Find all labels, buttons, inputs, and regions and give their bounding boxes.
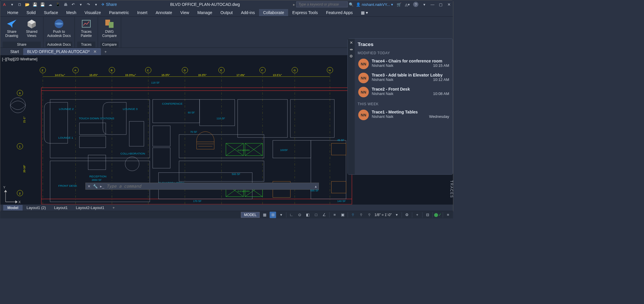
snapmode-icon[interactable]: ⊞ — [270, 212, 276, 218]
file-tab-active[interactable]: BLVD OFFICE_PLAN-AUTOCAD* ✕ — [23, 48, 101, 55]
save-icon[interactable]: 💾 — [33, 2, 37, 7]
menu-insert[interactable]: Insert — [133, 9, 151, 16]
trace-time: 10:15 AM — [433, 63, 449, 68]
menu-annotate[interactable]: Annotate — [151, 9, 176, 16]
close-icon[interactable]: ✕ — [350, 40, 353, 45]
trace-item[interactable]: NN Trace2 - Front Desk Nishant Naik 10:0… — [358, 85, 450, 99]
add-layout-button[interactable]: + — [108, 205, 119, 210]
traces-panel-title: Traces — [358, 42, 450, 47]
command-line[interactable]: ✕ 🔧 ▸_ ▴ — [85, 183, 319, 190]
close-icon[interactable]: ✕ — [87, 184, 91, 188]
trace-item[interactable]: NN Trace3 - Add table in Elevator Lobby … — [358, 71, 450, 85]
autodesk-logo-icon[interactable]: A — [2, 2, 7, 7]
share-link[interactable]: ✈ Share — [101, 2, 117, 7]
menubar: Home Solid Surface Mesh Visualize Parame… — [0, 9, 453, 17]
dropdown-icon[interactable]: ▾ — [278, 212, 284, 218]
menu-solid[interactable]: Solid — [22, 9, 40, 16]
dropdown-icon[interactable]: ▾ — [10, 2, 14, 7]
push-to-docs-button[interactable]: Push to Autodesk Docs — [46, 18, 72, 42]
lineweight-icon[interactable]: ≡ — [331, 212, 338, 218]
menu-expresstools[interactable]: Express Tools — [288, 9, 322, 16]
layout-tab-model[interactable]: Model — [3, 205, 23, 210]
undo-icon[interactable]: ↶ — [71, 2, 75, 7]
traces-palette-button[interactable]: Traces Palette — [77, 18, 95, 42]
grid-icon[interactable]: ▦ — [261, 212, 268, 218]
ortho-icon[interactable]: ∟ — [288, 212, 295, 218]
dropdown-icon[interactable]: ▾ — [78, 2, 83, 7]
annovisibility-icon[interactable]: ⍢ — [358, 212, 364, 218]
menu-manage[interactable]: Manage — [193, 9, 217, 16]
plus-icon[interactable]: + — [414, 212, 420, 218]
svg-text:2650 SF: 2650 SF — [92, 179, 102, 181]
layout-tab[interactable]: Layout1 (2) — [23, 205, 50, 210]
dropdown-icon[interactable]: ▾ — [94, 2, 98, 7]
start-tab[interactable]: Start — [6, 48, 23, 55]
mobile-icon[interactable]: 📱 — [55, 2, 60, 7]
cart-icon[interactable]: 🛒 — [397, 2, 401, 7]
redo-icon[interactable]: ↷ — [86, 2, 91, 7]
layout-tabs: Model Layout1 (2) Layout1 Layout2-Layout… — [0, 204, 453, 211]
cloud-sync-icon[interactable]: ⬤✓ — [435, 212, 441, 218]
menu-collaborate[interactable]: Collaborate — [259, 9, 288, 16]
menu-addins[interactable]: Add-ins — [237, 9, 259, 16]
gear-icon[interactable]: ⚙ — [404, 212, 410, 218]
autodesk-app-icon[interactable]: ◬▾ — [405, 2, 410, 7]
share-drawing-button[interactable]: Share Drawing — [3, 18, 21, 42]
svg-text:15-3¹³⁄₁₆″: 15-3¹³⁄₁₆″ — [125, 74, 136, 77]
dropdown-icon[interactable]: ▾ — [393, 212, 400, 218]
isodraft-icon[interactable]: ◧ — [305, 212, 311, 218]
minimize-icon[interactable]: — — [430, 2, 435, 7]
close-tab-icon[interactable]: ✕ — [93, 49, 97, 54]
menu-mesh[interactable]: Mesh — [62, 9, 80, 16]
customize-icon[interactable]: ≡ — [445, 212, 451, 218]
menu-visualize[interactable]: Visualize — [80, 9, 105, 16]
search-icon[interactable]: 🔍 — [349, 2, 354, 7]
osnap-icon[interactable]: □ — [313, 212, 319, 218]
menu-surface[interactable]: Surface — [40, 9, 62, 16]
otrack-icon[interactable]: ∠ — [321, 212, 327, 218]
polar-icon[interactable]: ⊙ — [296, 212, 303, 218]
command-input[interactable] — [107, 184, 312, 188]
model-space-toggle[interactable]: MODEL — [241, 212, 260, 218]
svg-marker-115 — [4, 190, 7, 192]
autoscale-icon[interactable]: ⍢ — [366, 212, 373, 218]
menu-view[interactable]: View — [176, 9, 193, 16]
wrench-icon[interactable]: 🔧 — [93, 184, 98, 188]
menu-parametric[interactable]: Parametric — [105, 9, 133, 16]
ribbon-group-traces: Traces Palette Traces — [75, 17, 98, 47]
scale-display[interactable]: 1/8" = 1'-0" — [374, 213, 392, 217]
help-icon[interactable]: ? — [413, 2, 418, 7]
dropdown-icon[interactable]: ▾ — [422, 2, 427, 7]
trace-item[interactable]: NN Trace4 - Chairs for conference room N… — [358, 57, 450, 71]
cloud-save-icon[interactable]: ☁ — [48, 2, 53, 7]
saveas-icon[interactable]: 💾 — [40, 2, 45, 7]
close-icon[interactable]: ✕ — [447, 2, 451, 7]
svg-rect-62 — [273, 140, 311, 158]
chevron-up-icon[interactable]: ▴ — [315, 184, 317, 188]
menu-home[interactable]: Home — [3, 9, 22, 16]
ui-layout-icon[interactable]: ⊟ — [424, 212, 431, 218]
maximize-icon[interactable]: ▢ — [438, 2, 443, 7]
paperplane-icon: ✈ — [101, 2, 105, 7]
gear-icon[interactable]: ⚙ — [349, 54, 353, 58]
menu-featuredapps[interactable]: Featured Apps — [322, 9, 357, 16]
dock-icon[interactable]: ⇹ — [350, 47, 353, 52]
shared-views-button[interactable]: Shared Views — [23, 18, 41, 42]
svg-text:60 SF: 60 SF — [188, 111, 195, 114]
help-search-input[interactable] — [296, 1, 348, 7]
print-icon[interactable]: 🖶 — [63, 2, 68, 7]
dwg-compare-button[interactable]: DWG Compare — [100, 18, 119, 42]
ribbon-options-icon[interactable]: ▦ ▾ — [357, 9, 372, 16]
annoscale-icon[interactable]: ⍢ — [350, 212, 356, 218]
menu-output[interactable]: Output — [216, 9, 237, 16]
user-menu[interactable]: 👤 nishant.naikVY...▾ — [356, 2, 393, 7]
filename-label: BLVD OFFICE_PLAN-AUTOCAD.dwg — [119, 2, 291, 7]
trace-item[interactable]: NN Trace1 - Meeting Tables Nishant Naik … — [358, 108, 450, 122]
new-file-icon[interactable]: 🗋 — [17, 2, 22, 7]
traces-palette-vertical-title[interactable]: TRACES — [449, 180, 454, 198]
layout-tab[interactable]: Layout1 — [50, 205, 72, 210]
layout-tab[interactable]: Layout2-Layout1 — [72, 205, 109, 210]
open-folder-icon[interactable]: 📂 — [25, 2, 30, 7]
new-tab-button[interactable]: + — [101, 48, 110, 55]
transparency-icon[interactable]: ▣ — [339, 212, 346, 218]
